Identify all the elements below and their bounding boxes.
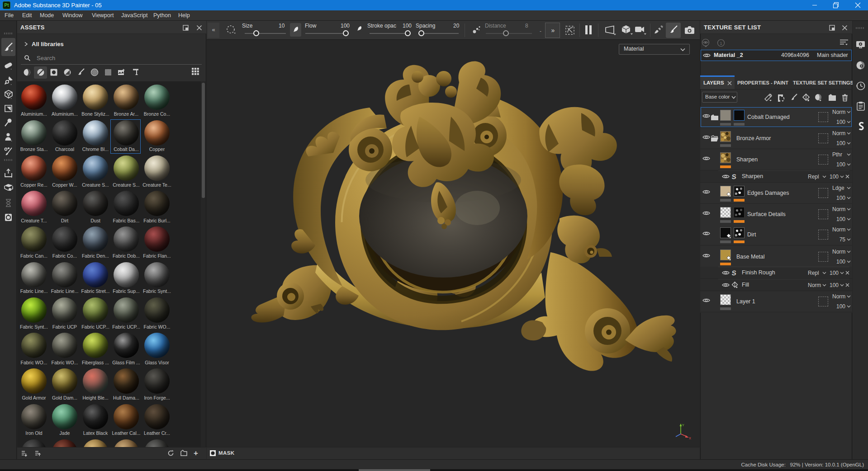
svg-text:1: 1 xyxy=(720,41,722,46)
svg-text:Y: Y xyxy=(682,424,684,427)
svg-text:X: X xyxy=(689,437,691,440)
